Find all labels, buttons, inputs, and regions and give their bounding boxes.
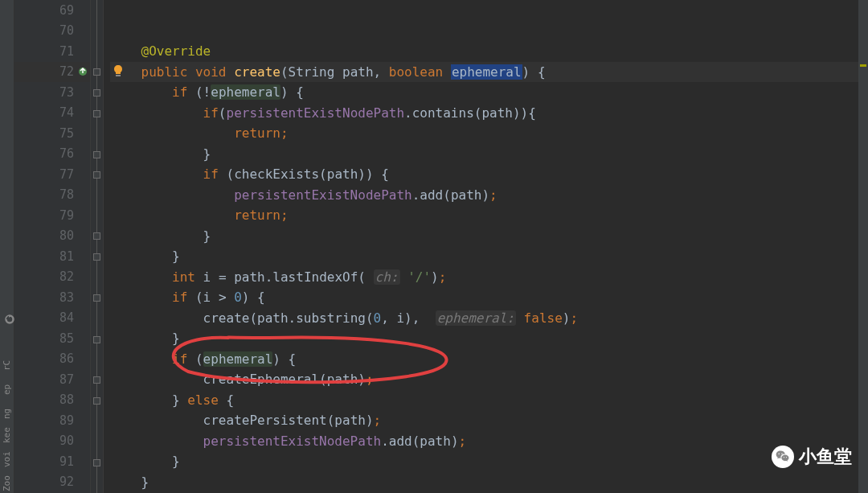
fold-toggle-icon[interactable] (93, 294, 100, 302)
code-line[interactable]: public void create(String path, boolean … (110, 62, 868, 83)
code-line[interactable]: } (110, 226, 868, 247)
fold-toggle-icon[interactable] (93, 376, 100, 384)
watermark-text: 小鱼堂 (799, 445, 852, 469)
code-line[interactable]: int i = path.lastIndexOf( ch: '/'); (110, 267, 868, 288)
watermark: 小鱼堂 (772, 445, 852, 469)
sidebar-tab[interactable]: ng (0, 396, 14, 421)
sidebar-left: rC ep ng kee voi Zoo (0, 0, 14, 493)
line-number[interactable]: 81 (14, 246, 90, 267)
fold-toggle-icon[interactable] (93, 459, 100, 466)
svg-rect-2 (116, 75, 121, 76)
fold-toggle-icon[interactable] (93, 336, 100, 343)
sidebar-tab[interactable]: voi (0, 445, 14, 469)
code-line[interactable]: } (110, 472, 868, 493)
fold-column (91, 0, 104, 493)
code-line[interactable]: } (110, 246, 868, 267)
code-line[interactable] (110, 0, 868, 21)
fold-toggle-icon[interactable] (93, 151, 100, 158)
fold-toggle-icon[interactable] (93, 89, 100, 97)
line-number[interactable]: 92 (14, 472, 90, 493)
line-number[interactable]: 75 (14, 123, 90, 144)
line-number[interactable]: 89 (14, 410, 90, 431)
line-number[interactable]: 91 (14, 451, 90, 472)
line-number[interactable]: 79 (14, 205, 90, 226)
line-number[interactable]: 73 (14, 82, 90, 103)
line-number[interactable]: 82 (14, 267, 90, 288)
line-number[interactable]: 88 (14, 390, 90, 411)
fold-toggle-icon[interactable] (93, 232, 100, 240)
code-line[interactable] (110, 21, 868, 42)
line-number[interactable]: 85 (14, 328, 90, 349)
line-number[interactable]: 83 (14, 287, 90, 308)
fold-toggle-icon[interactable] (93, 171, 100, 179)
code-line[interactable]: if (!ephemeral) { (110, 82, 868, 103)
line-number[interactable]: 77 (14, 164, 90, 185)
code-line[interactable]: createEphemeral(path); (110, 369, 868, 390)
gutter: 69 70 71 72 73 74 75 76 77 78 79 80 81 8… (14, 0, 91, 493)
code-line[interactable]: @Override (110, 41, 868, 62)
line-number[interactable]: 72 (14, 62, 90, 83)
scroll-marker[interactable] (860, 64, 866, 67)
line-number[interactable]: 80 (14, 226, 90, 247)
code-line[interactable]: if (i > 0) { (110, 287, 868, 308)
line-number[interactable]: 70 (14, 21, 90, 42)
code-line[interactable]: create(path.substring(0, i), ephemeral: … (110, 308, 868, 329)
code-line[interactable]: createPersistent(path); (110, 410, 868, 431)
sidebar-tabs: rC ep ng kee voi Zoo (0, 348, 14, 493)
code-line[interactable]: if (checkExists(path)) { (110, 164, 868, 185)
code-line[interactable]: if (ephemeral) { (110, 349, 868, 370)
line-number[interactable]: 84 (14, 308, 90, 329)
code-line[interactable]: } (110, 451, 868, 472)
fold-toggle-icon[interactable] (93, 110, 100, 117)
line-number[interactable]: 74 (14, 103, 90, 124)
line-number[interactable]: 76 (14, 144, 90, 165)
wechat-icon (772, 446, 794, 468)
code-line[interactable]: return; (110, 205, 868, 226)
sidebar-tab[interactable]: rC (0, 348, 14, 372)
editor-container: rC ep ng kee voi Zoo 69 70 71 72 73 74 7… (0, 0, 868, 493)
line-number[interactable]: 90 (14, 431, 90, 452)
line-number[interactable]: 78 (14, 185, 90, 206)
recursive-call-icon[interactable] (5, 313, 14, 327)
code-area[interactable]: @Override public void create(String path… (104, 0, 868, 493)
code-line[interactable]: if(persistentExistNodePath.contains(path… (110, 103, 868, 124)
sidebar-tab[interactable]: kee (0, 421, 14, 445)
intention-bulb-icon[interactable] (112, 64, 125, 80)
fold-toggle-icon[interactable] (93, 253, 100, 261)
line-number[interactable]: 86 (14, 349, 90, 370)
fold-toggle-icon[interactable] (93, 397, 100, 405)
code-line[interactable]: } else { (110, 390, 868, 411)
sidebar-tab[interactable]: Zoo (0, 469, 14, 493)
line-number[interactable]: 69 (14, 0, 90, 21)
fold-toggle-icon[interactable] (93, 68, 100, 76)
code-line[interactable]: return; (110, 123, 868, 144)
code-line[interactable]: } (110, 144, 868, 165)
override-marker-icon[interactable] (77, 66, 88, 80)
code-line[interactable]: } (110, 328, 868, 349)
code-line[interactable]: persistentExistNodePath.add(path); (110, 431, 868, 452)
sidebar-tab[interactable]: ep (0, 372, 14, 396)
scrollbar[interactable] (858, 0, 868, 493)
line-number[interactable]: 87 (14, 369, 90, 390)
code-line[interactable]: persistentExistNodePath.add(path); (110, 185, 868, 206)
line-number[interactable]: 71 (14, 41, 90, 62)
